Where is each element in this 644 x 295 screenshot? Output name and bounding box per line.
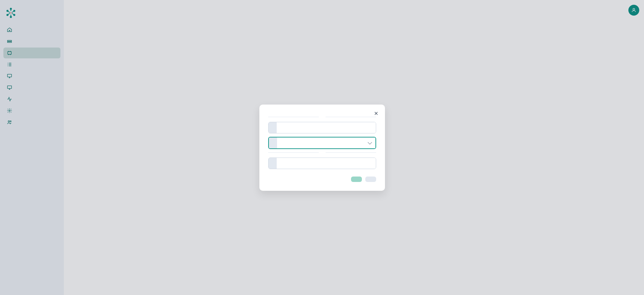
modal-actions [268,177,376,182]
vlan-input[interactable] [277,158,376,169]
cancel-button[interactable] [365,177,376,182]
modal-close-button[interactable] [373,111,379,117]
section-divider-2 [268,152,376,153]
description-field [268,122,376,133]
mode-select[interactable] [277,137,375,148]
section-divider [268,117,376,117]
edit-interface-modal [259,105,385,191]
description-input[interactable] [277,122,376,133]
modal-overlay[interactable] [0,0,644,295]
save-button[interactable] [351,177,362,182]
close-icon [373,111,379,116]
mode-label [269,137,277,148]
description-label [269,122,277,133]
vlan-field [268,158,376,169]
mode-field [268,137,376,149]
vlan-label [269,158,277,169]
